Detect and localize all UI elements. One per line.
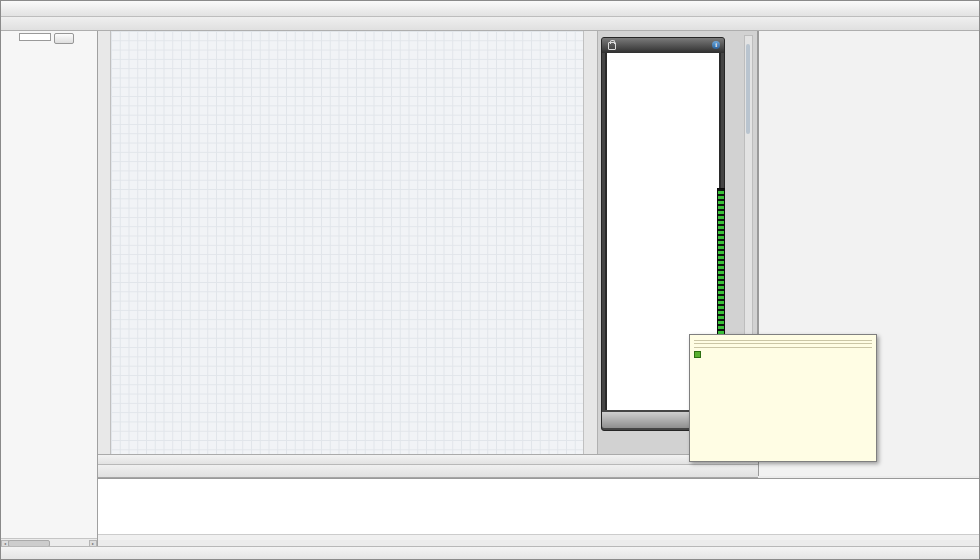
info-icon[interactable]: i: [712, 41, 720, 49]
tab-row: [1, 17, 980, 31]
rack-header: i: [602, 38, 724, 53]
floorplan-side-toolbar: [583, 31, 598, 454]
lock-icon: [608, 42, 616, 50]
genome-navigator-panel: ◂ ▸: [1, 31, 98, 546]
work-orders-table: [98, 478, 980, 540]
floorplan-layer-tabs: [98, 454, 758, 465]
bottom-panel-tabs: [98, 465, 758, 478]
equipment-tooltip: [689, 334, 877, 462]
search-row: [1, 32, 98, 43]
clear-search-button[interactable]: [54, 33, 74, 44]
genome-tree: [1, 44, 97, 538]
main-toolbar: [1, 1, 980, 17]
floorplan-canvas[interactable]: [111, 31, 583, 454]
tooltip-title: [694, 338, 872, 341]
status-bar: [1, 546, 980, 560]
floorplan-toolbar: [98, 31, 111, 454]
connection-status-icon: [694, 351, 701, 358]
table-footer-bar: [98, 534, 980, 540]
application-window: ◂ ▸ i: [0, 0, 980, 560]
left-panel-hscrollbar[interactable]: ◂ ▸: [1, 538, 97, 546]
search-input[interactable]: [19, 33, 51, 41]
